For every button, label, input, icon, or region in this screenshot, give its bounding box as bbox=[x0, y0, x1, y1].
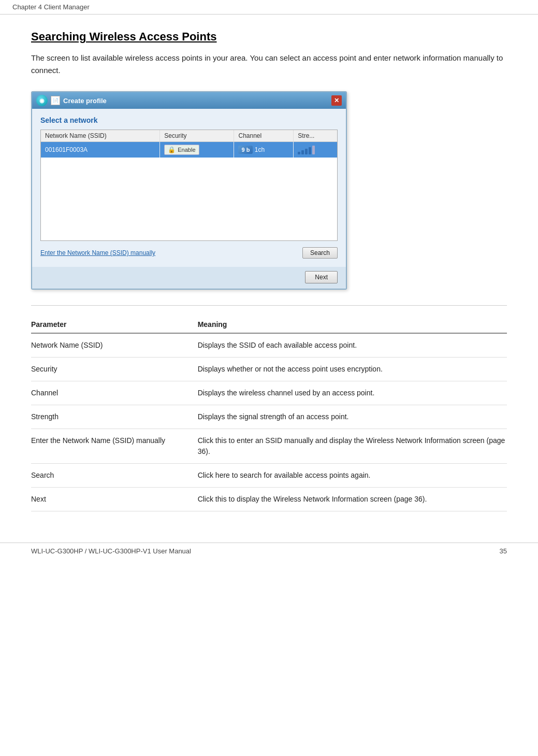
dialog-body: Select a network Network Name (SSID) Sec… bbox=[32, 109, 346, 267]
col-strength: Stre... bbox=[294, 130, 337, 142]
param-meaning: Click this to enter an SSID manually and… bbox=[198, 429, 507, 464]
manual-entry-link[interactable]: Enter the Network Name (SSID) manually bbox=[40, 249, 155, 256]
dialog-close-button[interactable]: ✕ bbox=[331, 95, 342, 106]
signal-bar-5 bbox=[312, 146, 315, 154]
param-row: SearchClick here to search for available… bbox=[31, 464, 507, 488]
signal-bar-2 bbox=[301, 150, 304, 154]
dialog-title: Create profile bbox=[63, 97, 107, 105]
signal-strength-bars bbox=[298, 145, 333, 154]
dialog-titlebar-left: ◉ 📄 Create profile bbox=[36, 95, 107, 106]
param-meaning: Click here to search for available acces… bbox=[198, 464, 507, 488]
chapter-label: Chapter 4 Client Manager bbox=[12, 3, 90, 11]
param-row: ChannelDisplays the wireless channel use… bbox=[31, 381, 507, 405]
parameter-table: Parameter Meaning Network Name (SSID)Dis… bbox=[31, 316, 507, 511]
col-channel: Channel bbox=[234, 130, 294, 142]
cell-security: 🔒 Enable bbox=[160, 142, 234, 158]
footer-model: WLI-UC-G300HP / WLI-UC-G300HP-V1 User Ma… bbox=[31, 547, 191, 555]
param-row: Network Name (SSID)Displays the SSID of … bbox=[31, 333, 507, 358]
param-name: Network Name (SSID) bbox=[31, 333, 198, 358]
param-name: Enter the Network Name (SSID) manually bbox=[31, 429, 198, 464]
lock-icon: 🔒 bbox=[168, 146, 176, 153]
channel-badge: 9 b bbox=[238, 146, 253, 154]
page-footer: WLI-UC-G300HP / WLI-UC-G300HP-V1 User Ma… bbox=[0, 543, 538, 559]
search-button[interactable]: Search bbox=[302, 247, 338, 259]
param-name: Next bbox=[31, 488, 198, 511]
param-meaning: Displays the SSID of each available acce… bbox=[198, 333, 507, 358]
main-content: Searching Wireless Access Points The scr… bbox=[0, 15, 538, 532]
col-ssid: Network Name (SSID) bbox=[41, 130, 160, 142]
param-meaning: Displays whether or not the access point… bbox=[198, 358, 507, 381]
section-title: Searching Wireless Access Points bbox=[31, 30, 507, 44]
meaning-col-header: Meaning bbox=[198, 316, 507, 333]
param-name: Strength bbox=[31, 405, 198, 429]
param-name: Security bbox=[31, 358, 198, 381]
next-button[interactable]: Next bbox=[305, 271, 338, 283]
signal-bar-3 bbox=[305, 149, 308, 154]
param-name: Channel bbox=[31, 381, 198, 405]
param-col-header: Parameter bbox=[31, 316, 198, 333]
dialog-window: ◉ 📄 Create profile ✕ Select a network Ne… bbox=[31, 91, 347, 290]
cell-ssid: 001601F0003A bbox=[41, 142, 160, 158]
cell-channel: 9 b 1ch bbox=[234, 142, 294, 158]
param-meaning: Click this to display the Wireless Netwo… bbox=[198, 488, 507, 511]
security-badge: 🔒 Enable bbox=[164, 145, 199, 155]
col-security: Security bbox=[160, 130, 234, 142]
param-row: NextClick this to display the Wireless N… bbox=[31, 488, 507, 511]
signal-bar-4 bbox=[309, 147, 311, 154]
dialog-footer-row: Enter the Network Name (SSID) manually S… bbox=[40, 247, 338, 259]
param-name: Search bbox=[31, 464, 198, 488]
intro-text: The screen to list available wireless ac… bbox=[31, 52, 507, 77]
empty-cell bbox=[41, 158, 337, 240]
param-row: SecurityDisplays whether or not the acce… bbox=[31, 358, 507, 381]
dialog-titlebar: ◉ 📄 Create profile ✕ bbox=[32, 92, 346, 109]
param-meaning: Displays the wireless channel used by an… bbox=[198, 381, 507, 405]
param-row: Enter the Network Name (SSID) manuallyCl… bbox=[31, 429, 507, 464]
dialog-doc-icon: 📄 bbox=[51, 96, 60, 105]
table-empty-row bbox=[41, 158, 337, 240]
network-table: Network Name (SSID) Security Channel Str… bbox=[41, 130, 337, 240]
dialog-app-icon: ◉ bbox=[36, 95, 48, 106]
network-table-wrapper: Network Name (SSID) Security Channel Str… bbox=[40, 130, 338, 241]
table-row[interactable]: 001601F0003A 🔒 Enable 9 b 1ch bbox=[41, 142, 337, 158]
param-row: StrengthDisplays the signal strength of … bbox=[31, 405, 507, 429]
section-divider bbox=[31, 305, 507, 306]
page-header: Chapter 4 Client Manager bbox=[0, 0, 538, 15]
cell-strength bbox=[294, 142, 337, 158]
signal-bar-1 bbox=[298, 152, 300, 154]
dialog-actions: Next bbox=[32, 267, 346, 289]
footer-page: 35 bbox=[500, 547, 507, 555]
dialog-section-label: Select a network bbox=[40, 116, 338, 124]
param-meaning: Displays the signal strength of an acces… bbox=[198, 405, 507, 429]
